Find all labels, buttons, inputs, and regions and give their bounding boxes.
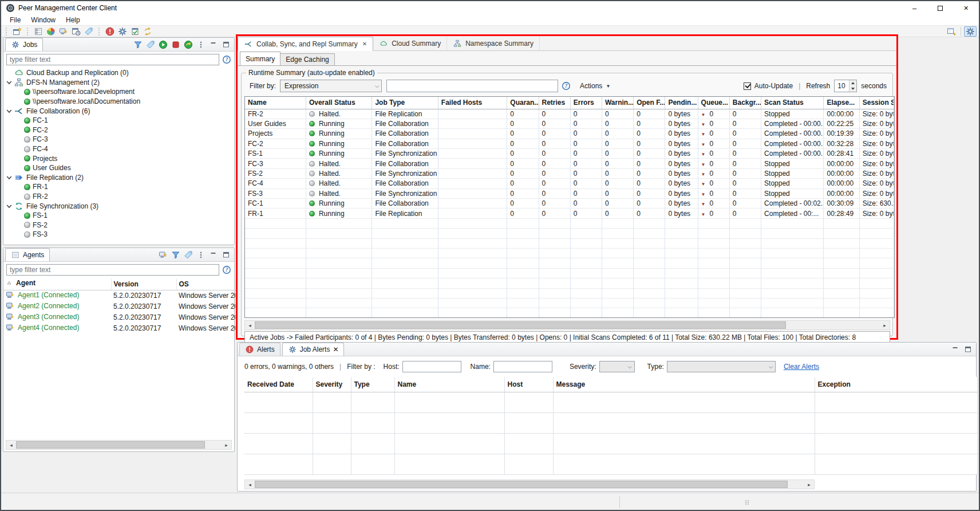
summary-col-header[interactable]: Job Type xyxy=(372,97,438,109)
agents-tag-icon[interactable] xyxy=(184,250,193,260)
summary-col-header[interactable]: Overall Status xyxy=(306,97,372,109)
editor-tab-cloud-summary[interactable]: Cloud Summary xyxy=(373,36,447,50)
refresh-interval-stepper[interactable]: 10 xyxy=(834,80,857,92)
agents-filter-icon[interactable] xyxy=(171,250,180,260)
summary-row[interactable]: FC-2RunningFile Collaboration000000 byte… xyxy=(245,139,894,148)
summary-col-header[interactable]: Warnin... xyxy=(602,97,633,109)
tree-item[interactable]: FR-1 xyxy=(5,182,234,192)
close-icon[interactable]: ✕ xyxy=(333,345,338,353)
summary-col-header[interactable]: Session Stru... xyxy=(859,97,894,109)
menu-file[interactable]: File xyxy=(5,15,26,25)
alerts-col-header[interactable]: Message xyxy=(553,377,815,392)
alerts-h-scrollbar[interactable]: ◂ ▸ xyxy=(244,479,815,489)
tree-item[interactable]: Projects xyxy=(5,154,234,163)
pie-chart-icon[interactable] xyxy=(45,26,57,37)
alerts-minimize-icon[interactable] xyxy=(951,345,960,354)
checklist-icon[interactable] xyxy=(32,26,45,37)
alerts-col-header[interactable]: Severity xyxy=(313,377,351,392)
filter-type-select[interactable]: Expression ⌵ xyxy=(280,80,382,92)
summary-h-scrollbar[interactable]: ◂ ▸ xyxy=(244,320,890,330)
expander-icon[interactable] xyxy=(5,202,14,211)
name-input[interactable] xyxy=(493,361,552,372)
tree-item[interactable]: Cloud Backup and Replication (0) xyxy=(5,68,234,78)
summary-row[interactable]: ProjectsRunningFile Collaboration000000 … xyxy=(245,129,894,139)
perspective-gear-icon[interactable] xyxy=(964,26,977,37)
summary-col-header[interactable]: Quaran... xyxy=(507,97,539,109)
tree-item[interactable]: File Replication (2) xyxy=(5,173,234,183)
tree-item[interactable]: FR-2 xyxy=(5,192,234,202)
menu-window[interactable]: Window xyxy=(26,15,61,25)
alerts-maximize-icon[interactable] xyxy=(963,345,973,354)
jobs-restart-icon[interactable] xyxy=(184,40,193,49)
tab-agents[interactable]: Agents xyxy=(5,248,50,261)
alerts-col-header[interactable]: Exception xyxy=(815,377,977,392)
tree-item[interactable]: \\peersoftware.local\Development xyxy=(5,87,234,97)
jobs-tag-icon[interactable] xyxy=(146,40,155,49)
window-minimize-button[interactable]: – xyxy=(902,1,927,15)
window-close-button[interactable]: ✕ xyxy=(953,1,979,15)
alerts-col-header[interactable]: Name xyxy=(394,377,504,392)
jobs-filter-input[interactable] xyxy=(6,54,219,65)
type-select[interactable]: ⌵ xyxy=(667,361,776,372)
filter-help-icon[interactable]: ? xyxy=(562,81,571,91)
tree-item[interactable]: FS-2 xyxy=(5,221,234,230)
agent-row[interactable]: Agent3 (Connected)5.2.0.20230717Windows … xyxy=(3,312,235,323)
summary-col-header[interactable]: Retries xyxy=(539,97,570,109)
jobs-stop-icon[interactable] xyxy=(171,40,180,49)
calendar-clock-icon[interactable] xyxy=(70,26,82,37)
summary-col-header[interactable]: Pendin... xyxy=(665,97,698,109)
summary-col-header[interactable]: Failed Hosts xyxy=(438,97,507,109)
tree-item[interactable]: File Synchronization (3) xyxy=(5,201,234,211)
agents-col-version[interactable]: Version xyxy=(111,278,176,290)
jobs-start-icon[interactable] xyxy=(159,40,168,49)
task-check-icon[interactable] xyxy=(129,26,141,37)
summary-row[interactable]: FR-1RunningFile Replication000000 bytes▼… xyxy=(245,209,894,218)
expander-icon[interactable] xyxy=(5,78,14,87)
jobs-minimize-icon[interactable] xyxy=(209,40,218,49)
summary-row[interactable]: FS-3Halted.File Synchronization000000 by… xyxy=(245,188,894,198)
summary-col-header[interactable]: Elapse... xyxy=(824,97,859,109)
agents-col-os[interactable]: OS xyxy=(176,278,235,290)
summary-col-header[interactable]: Open F... xyxy=(634,97,665,109)
tree-item[interactable]: FC-4 xyxy=(5,144,234,154)
summary-col-header[interactable]: Queue... xyxy=(698,97,729,109)
tree-item[interactable]: FS-1 xyxy=(5,211,234,221)
alerts-col-header[interactable]: Host xyxy=(504,377,553,392)
subtab-edge-caching[interactable]: Edge Caching xyxy=(280,53,334,65)
summary-col-header[interactable]: Name xyxy=(245,97,306,109)
open-perspective-icon[interactable] xyxy=(945,26,958,37)
agents-agent-edit-icon[interactable] xyxy=(159,250,168,260)
actions-button[interactable]: Actions ▼ xyxy=(580,82,610,90)
window-maximize-button[interactable] xyxy=(927,1,953,15)
tree-item[interactable]: File Collaboration (6) xyxy=(5,106,234,116)
agents-help-icon[interactable]: ? xyxy=(222,265,231,274)
expander-icon[interactable] xyxy=(5,107,14,116)
tree-item[interactable]: User Guides xyxy=(5,163,234,173)
close-icon[interactable]: ✕ xyxy=(361,41,367,47)
tree-item[interactable]: FS-3 xyxy=(5,230,234,239)
alerts-col-header[interactable]: Type xyxy=(351,377,394,392)
summary-col-header[interactable]: Scan Status xyxy=(761,97,824,109)
filter-expression-input[interactable] xyxy=(386,80,558,92)
auto-update-checkbox[interactable] xyxy=(744,82,751,90)
tree-item[interactable]: FC-3 xyxy=(5,135,234,144)
menu-help[interactable]: Help xyxy=(61,15,85,25)
agents-view-menu-icon[interactable] xyxy=(196,250,206,260)
summary-col-header[interactable]: Backgr... xyxy=(729,97,761,109)
severity-select[interactable]: ⌵ xyxy=(599,361,635,372)
editor-tab-collab-sync-and-repl-summary[interactable]: Collab, Sync, and Repl Summary✕ xyxy=(238,37,373,51)
jobs-maximize-icon[interactable] xyxy=(222,40,231,49)
sync-arrows-icon[interactable] xyxy=(141,26,154,37)
tag-icon[interactable] xyxy=(82,26,95,37)
summary-row[interactable]: User GuidesRunningFile Collaboration0000… xyxy=(245,119,894,128)
host-input[interactable] xyxy=(402,361,461,372)
agent-edit-icon[interactable] xyxy=(57,26,70,37)
subtab-summary[interactable]: Summary xyxy=(240,52,280,65)
tree-item[interactable]: FC-1 xyxy=(5,116,234,125)
tree-item[interactable]: FC-2 xyxy=(5,125,234,135)
summary-row[interactable]: FS-2Halted.File Synchronization000000 by… xyxy=(245,168,894,178)
tree-item[interactable]: \\peersoftware.local\Documentation xyxy=(5,97,234,107)
agents-maximize-icon[interactable] xyxy=(222,250,231,260)
agents-h-scrollbar[interactable]: ◂ ▸ xyxy=(6,440,232,450)
jobs-filter-icon[interactable] xyxy=(133,40,143,49)
